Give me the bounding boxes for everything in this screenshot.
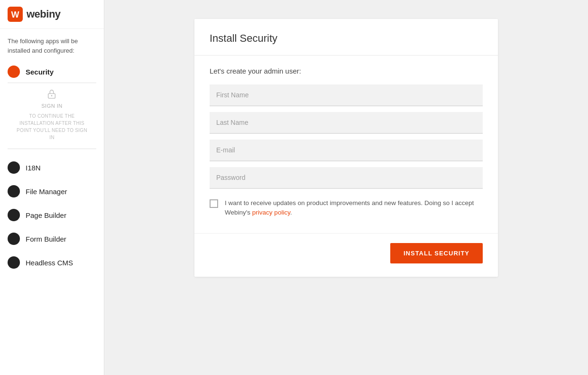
item-dot-form-builder — [8, 233, 20, 245]
checkbox-text-after: . — [290, 209, 292, 216]
sidebar-item-page-builder[interactable]: Page Builder — [0, 204, 104, 226]
newsletter-label[interactable]: I want to receive updates on product imp… — [225, 198, 483, 218]
privacy-policy-link[interactable]: privacy policy — [252, 209, 290, 216]
sidebar-item-file-manager[interactable]: File Manager — [0, 180, 104, 202]
logo-text: webiny — [27, 8, 61, 20]
card-header: Install Security — [194, 19, 498, 56]
card-body: Let's create your admin user: I want to … — [194, 56, 498, 233]
email-input[interactable] — [210, 140, 483, 161]
first-name-input[interactable] — [210, 84, 483, 106]
sidebar-item-label-page-builder: Page Builder — [26, 211, 66, 219]
newsletter-checkbox[interactable] — [210, 199, 218, 208]
install-security-button[interactable]: INSTALL SECURITY — [390, 243, 483, 263]
newsletter-checkbox-row: I want to receive updates on product imp… — [210, 198, 483, 218]
item-dot-i18n — [8, 161, 20, 174]
item-dot-page-builder — [8, 209, 20, 221]
svg-text:W: W — [11, 10, 19, 19]
sign-in-label: SIGN IN — [41, 103, 62, 109]
card-footer: INSTALL SECURITY — [194, 233, 498, 277]
password-input[interactable] — [210, 167, 483, 189]
logo-area: W webiny — [0, 0, 104, 29]
password-field — [210, 167, 483, 189]
sidebar-item-i18n[interactable]: I18N — [0, 157, 104, 178]
last-name-input[interactable] — [210, 112, 483, 134]
lock-icon — [46, 89, 57, 99]
email-field — [210, 140, 483, 161]
sidebar-item-label-i18n: I18N — [26, 164, 41, 172]
active-indicator — [8, 66, 20, 78]
sidebar-item-label-file-manager: File Manager — [26, 188, 67, 196]
sidebar-active-label: Security — [26, 68, 54, 76]
last-name-field — [210, 112, 483, 134]
install-card: Install Security Let's create your admin… — [194, 19, 498, 277]
sidebar: W webiny The following apps will be inst… — [0, 0, 104, 375]
sidebar-item-label-form-builder: Form Builder — [26, 235, 66, 243]
sidebar-active-security[interactable]: Security — [0, 61, 104, 83]
item-dot-headless-cms — [8, 256, 20, 269]
admin-label: Let's create your admin user: — [210, 67, 483, 75]
sidebar-item-form-builder[interactable]: Form Builder — [0, 228, 104, 250]
sidebar-item-headless-cms[interactable]: Headless CMS — [0, 252, 104, 273]
lock-icon-wrap: SIGN IN — [41, 89, 62, 109]
sidebar-list: I18N File Manager Page Builder Form Buil… — [0, 149, 104, 281]
main-content: Install Security Let's create your admin… — [104, 0, 588, 375]
item-dot-file-manager — [8, 185, 20, 197]
first-name-field — [210, 84, 483, 106]
sidebar-item-label-headless-cms: Headless CMS — [26, 259, 73, 267]
svg-point-3 — [51, 95, 53, 96]
sign-in-section: SIGN IN TO CONTINUE THE INSTALLATION AFT… — [8, 83, 96, 149]
sign-in-description: TO CONTINUE THE INSTALLATION AFTER THIS … — [15, 112, 89, 141]
webiny-logo-icon: W — [8, 7, 23, 22]
card-title: Install Security — [210, 32, 483, 45]
sidebar-intro: The following apps will be installed and… — [0, 29, 104, 61]
